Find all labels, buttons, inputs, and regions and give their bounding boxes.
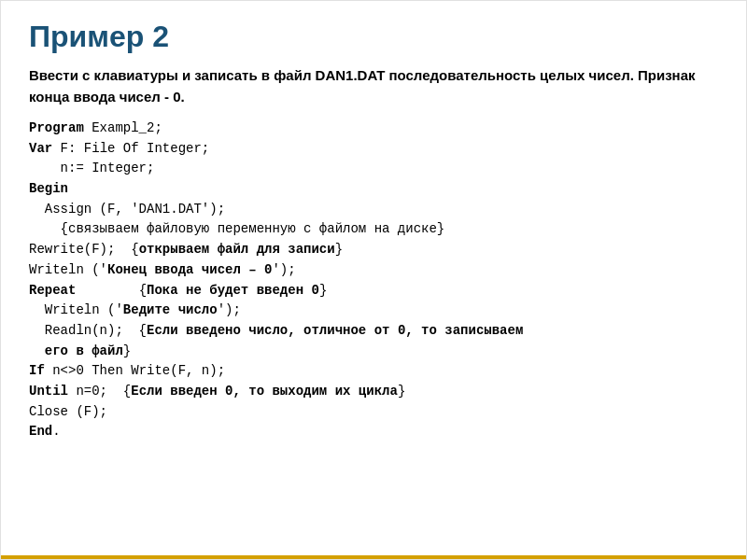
code-line-begin: Begin (29, 179, 718, 200)
keyword-var: Var (29, 141, 52, 156)
code-line-program: Program Exampl_2; (29, 119, 718, 139)
keyword-repeat: Repeat (29, 283, 76, 298)
comment-writeln2: Ведите число (123, 302, 218, 317)
code-line-writeln2: Writeln ('Ведите число'); (29, 301, 718, 321)
page-title: Пример 2 (29, 20, 718, 54)
code-line-assign: Assign (F, 'DAN1.DAT'); (29, 200, 718, 220)
code-line-readln: Readln(n); {Если введено число, отличное… (29, 321, 718, 342)
code-line-rewrite: Rewrite(F); {открываем файл для записи} (29, 240, 718, 260)
page: Пример 2 Ввести с клавиатуры и записать … (0, 0, 747, 560)
code-line-repeat: Repeat {Пока не будет введен 0} (29, 281, 718, 301)
comment-writeln1: Конец ввода чисел – 0 (107, 262, 272, 277)
code-line-close: Close (F); (29, 402, 718, 423)
code-line-var: Var F: File Of Integer; (29, 139, 718, 160)
comment-until: Если введен 0, то выходим их цикла (131, 384, 398, 399)
code-line-end: End. (29, 422, 718, 442)
code-line-writeln1: Writeln ('Конец ввода чисел – 0'); (29, 260, 718, 281)
bottom-line (1, 555, 746, 559)
keyword-if: If (29, 363, 45, 378)
code-line-readln-cont: его в файл} (29, 342, 718, 362)
keyword-begin: Begin (29, 181, 68, 196)
code-block: Program Exampl_2; Var F: File Of Integer… (29, 119, 718, 442)
code-line-until: Until n=0; {Если введен 0, то выходим их… (29, 382, 718, 402)
keyword-until: Until (29, 384, 68, 399)
keyword-end: End (29, 424, 52, 439)
code-line-n: n:= Integer; (29, 159, 718, 179)
code-line-if: If n<>0 Then Write(F, n); (29, 361, 718, 382)
keyword-program: Program (29, 120, 84, 135)
comment-readln-cont: его в файл (45, 343, 123, 358)
comment-repeat: Пока не будет введен 0 (147, 283, 319, 298)
comment-readln: Если введено число, отличное от 0, то за… (147, 323, 523, 338)
comment-rewrite: открываем файл для записи (139, 242, 335, 257)
code-line-comment-assign: {связываем файловую переменную с файлом … (29, 219, 718, 240)
description: Ввести с клавиатуры и записать в файл DA… (29, 65, 718, 107)
